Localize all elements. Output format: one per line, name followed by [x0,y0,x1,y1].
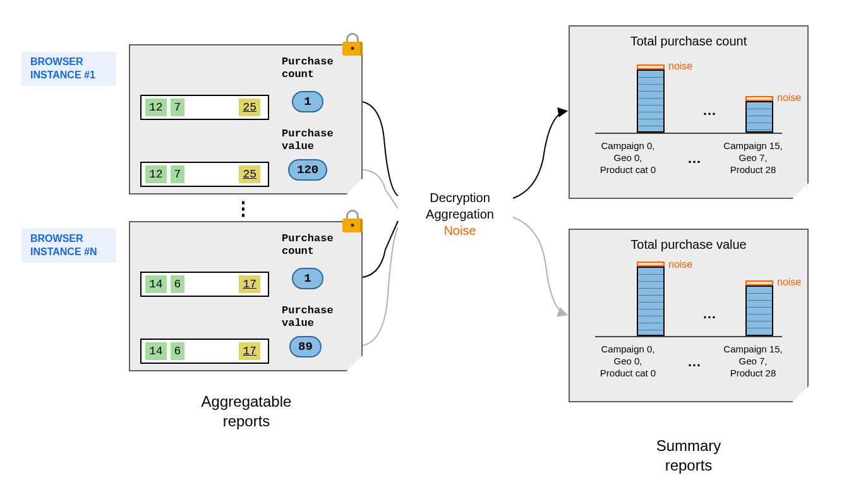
key-cell: 7 [171,99,185,116]
vertical-ellipsis: ⋮ [234,197,254,219]
noise-label: noise [777,277,801,288]
summary-report-card-value: Total purchase value noise noise … Campa… [569,229,809,402]
aggregatable-report-card-1: 12 7 25 12 7 25 Purchase count Purchase … [129,44,363,195]
summary-title: Total purchase count [570,34,807,49]
noise-label: noise [668,259,692,270]
process-noise: Noise [409,222,510,239]
chart-bar [637,69,665,133]
key-cell: 14 [145,275,167,293]
key-cell: 17 [239,342,260,360]
caption-text: Aggregatable reports [202,393,292,429]
key-cell: 12 [145,99,167,116]
chart-bar [637,267,665,336]
browser-instance-1-tag: BROWSER INSTANCE #1 [21,52,116,86]
key-cell: 25 [239,99,260,116]
purchase-count-pill: 1 [292,91,323,112]
key-row: 14 6 17 [140,272,269,297]
metric-label: Purchase value [282,304,358,329]
axis-label: Campaign 15, Geo 7, Product 28 [709,344,797,379]
horizontal-ellipsis: … [702,102,716,119]
metric-label: Purchase count [282,232,358,257]
axis-label: Campaign 0, Geo 0, Product cat 0 [584,140,672,176]
caption-summary: Summary reports [606,436,771,475]
noise-label: noise [668,61,692,72]
process-aggregation: Aggregation [409,206,510,222]
key-cell: 17 [239,275,260,293]
chart-bar [745,285,773,336]
aggregatable-report-card-n: 14 6 17 14 6 17 Purchase count Purchase … [129,221,363,371]
key-row: 12 7 25 [140,162,269,187]
lock-icon [342,33,363,56]
lock-icon [342,210,363,232]
key-cell: 25 [239,165,260,183]
purchase-value-pill: 89 [289,336,322,357]
horizontal-ellipsis: … [687,354,701,370]
caption-text: Summary reports [656,437,721,474]
key-cell: 14 [145,342,167,360]
caption-aggregatable: Aggregatable reports [164,392,329,431]
key-cell: 6 [171,342,185,360]
axis-label: Campaign 15, Geo 7, Product 28 [709,140,797,176]
browser-instance-n-tag: BROWSER INSTANCE #N [21,229,116,263]
horizontal-ellipsis: … [702,306,716,322]
process-labels: Decryption Aggregation Noise [409,189,510,239]
key-cell: 6 [171,275,185,293]
key-row: 12 7 25 [140,95,269,120]
horizontal-ellipsis: … [687,150,701,167]
chart-area: noise noise … [595,58,782,134]
purchase-count-pill: 1 [292,268,323,289]
summary-title: Total purchase value [570,237,807,252]
metric-label: Purchase value [282,128,358,152]
noise-label: noise [777,92,801,104]
process-decryption: Decryption [409,189,510,206]
chart-area: noise noise … [595,261,782,337]
key-cell: 7 [171,165,185,183]
axis-label: Campaign 0, Geo 0, Product cat 0 [584,344,672,379]
metric-label: Purchase count [282,56,358,80]
key-cell: 12 [145,165,167,183]
chart-bar [745,101,773,133]
summary-report-card-count: Total purchase count noise noise … Campa… [569,25,809,199]
purchase-value-pill: 120 [288,159,327,181]
key-row: 14 6 17 [140,339,269,364]
